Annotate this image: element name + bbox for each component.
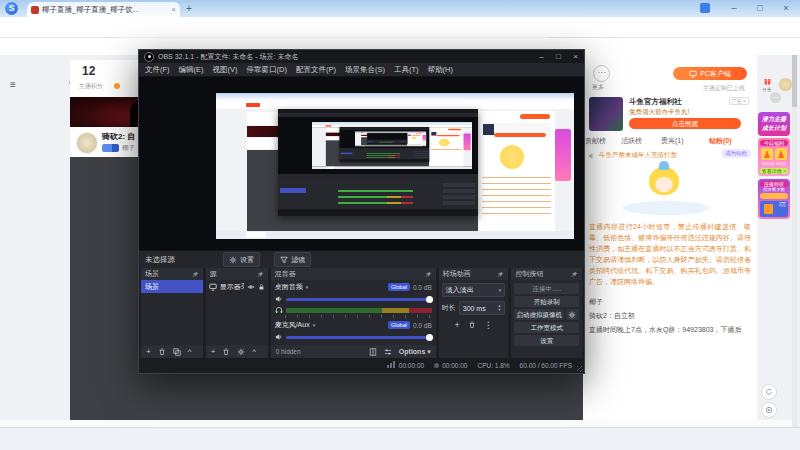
page-scrollbar[interactable] xyxy=(792,55,797,427)
scene-up-button[interactable]: ^ xyxy=(188,347,192,356)
source-item-display-capture[interactable]: 显示器采集1 xyxy=(206,280,268,293)
ad-cta-button[interactable]: 点击围观 xyxy=(629,118,741,129)
transition-type-select[interactable]: 淡入淡出 ▾ xyxy=(442,283,506,297)
visibility-eye-icon[interactable] xyxy=(247,283,255,291)
menu-view[interactable]: 视图(V) xyxy=(213,65,238,75)
pin-icon[interactable] xyxy=(571,271,578,278)
become-fan-button[interactable]: 成为钻粉 xyxy=(721,149,751,158)
lock-icon[interactable] xyxy=(258,283,265,291)
window-close-button[interactable]: × xyxy=(778,3,794,13)
menu-docks[interactable]: 停靠窗口(D) xyxy=(247,65,287,75)
bonus-tiles xyxy=(760,148,788,160)
new-tab-button[interactable]: + xyxy=(186,3,192,14)
volume-knob[interactable] xyxy=(426,334,433,341)
scrollbar-thumb[interactable] xyxy=(792,55,797,107)
desktop-volume-slider[interactable] xyxy=(275,295,432,303)
virtual-camera-config-button[interactable] xyxy=(566,309,579,320)
duration-input[interactable]: 300 ms ▲▼ xyxy=(459,301,506,315)
channel-menu-caret[interactable]: ▾ xyxy=(313,322,316,328)
duration-stepper[interactable]: ▲▼ xyxy=(497,304,501,312)
more-options-icon[interactable]: ⋯ xyxy=(593,65,610,82)
ad-card[interactable]: 斗鱼官方福利社 广告 × 免费领火箭办卡鱼丸! 点击围观 xyxy=(589,97,751,133)
remove-transition-icon[interactable] xyxy=(468,321,476,329)
view-details-button[interactable]: 查看详情 > xyxy=(760,168,788,174)
studio-mode-button[interactable]: 工作室模式 xyxy=(514,322,579,333)
obs-maximize-button[interactable]: □ xyxy=(550,52,567,61)
controls-dock-header[interactable]: 控制按钮 xyxy=(511,268,582,280)
promo-collapse-icon[interactable]: – xyxy=(770,92,781,103)
mini-obs-statusbar xyxy=(278,209,478,216)
obs-preview-canvas[interactable] xyxy=(139,77,584,250)
tab-contribution[interactable]: 贡献榜 xyxy=(585,136,606,146)
task-item[interactable]: 任务 xyxy=(756,77,778,92)
mic-volume-slider[interactable] xyxy=(275,333,432,341)
browser-tab[interactable]: 椰子直播_椰子直播_椰子饮... × xyxy=(27,2,180,17)
site-menu-icon[interactable]: ≡ xyxy=(10,79,16,90)
source-properties-button[interactable]: 设置 xyxy=(223,252,260,267)
user-avatar[interactable] xyxy=(778,77,793,92)
score-info-icon[interactable] xyxy=(114,83,120,89)
add-scene-button[interactable]: + xyxy=(146,347,151,356)
streak-reward-card: 2万 xyxy=(760,201,788,217)
window-minimize-button[interactable]: – xyxy=(726,3,742,13)
pin-icon[interactable] xyxy=(425,271,432,278)
sogou-logo[interactable]: S xyxy=(5,2,18,15)
start-recording-button[interactable]: 开始录制 xyxy=(514,296,579,307)
volume-knob[interactable] xyxy=(426,296,433,303)
source-up-button[interactable]: ^ xyxy=(252,347,256,356)
add-transition-button[interactable]: + xyxy=(454,320,459,330)
source-props-gear-icon[interactable] xyxy=(237,348,245,356)
channel-menu-caret[interactable]: ▾ xyxy=(306,284,309,290)
growth-plan-widget[interactable]: 潜力主播 成长计划 今日福利 5000万 500万 查看详情 > 连播特权 间开… xyxy=(758,112,790,219)
volume-track[interactable] xyxy=(286,336,432,339)
remove-source-icon[interactable] xyxy=(222,348,230,356)
ad-badge[interactable]: 广告 × xyxy=(729,97,749,105)
menu-scene-collection[interactable]: 场景集合(S) xyxy=(345,65,385,75)
source-filters-button[interactable]: 滤镜 xyxy=(274,252,311,267)
pc-client-subtext: 主播定制已上线 xyxy=(703,84,745,93)
menu-help[interactable]: 帮助(H) xyxy=(428,65,453,75)
vertical-layout-icon[interactable] xyxy=(369,348,377,356)
volume-track[interactable] xyxy=(286,298,432,301)
menu-tools[interactable]: 工具(T) xyxy=(394,65,419,75)
mixer-dock-header[interactable]: 混音器 xyxy=(271,268,436,280)
scene-filters-icon[interactable] xyxy=(173,348,181,356)
pin-icon[interactable] xyxy=(192,271,199,278)
mini-ad-card xyxy=(431,132,462,136)
ad-close-icon[interactable]: × xyxy=(743,98,746,104)
sources-dock-header[interactable]: 源 xyxy=(206,268,268,280)
obs-titlebar[interactable]: OBS 32.1.1 - 配置文件: 未命名 - 场景: 未命名 – □ × xyxy=(139,50,584,63)
scene-item-selected[interactable]: 场景 xyxy=(141,280,203,293)
menu-edit[interactable]: 编辑(E) xyxy=(179,65,204,75)
pin-icon[interactable] xyxy=(497,271,504,278)
obs-settings-button[interactable]: 设置 xyxy=(514,335,579,346)
feedback-float-button[interactable] xyxy=(761,402,777,418)
scenes-list[interactable]: 场景 xyxy=(141,280,203,345)
tab-close-icon[interactable]: × xyxy=(171,5,176,14)
obs-minimize-button[interactable]: – xyxy=(533,52,550,61)
transitions-dock-header[interactable]: 转场动画 xyxy=(439,268,509,280)
advanced-audio-icon[interactable] xyxy=(384,348,392,356)
window-maximize-button[interactable]: □ xyxy=(752,3,768,13)
scenes-dock-header[interactable]: 场景 xyxy=(141,268,203,280)
virtual-camera-button[interactable]: 启动虚拟摄像机 xyxy=(514,309,564,320)
transition-props-icon[interactable]: ⋮ xyxy=(484,320,493,330)
mixer-options-button[interactable]: Options ▾ xyxy=(399,348,431,356)
tab-vip[interactable]: 贵宾(1) xyxy=(661,136,684,146)
resize-grip[interactable] xyxy=(577,366,583,372)
start-streaming-button[interactable]: 连接中..... xyxy=(514,283,579,294)
sources-list[interactable]: 显示器采集1 xyxy=(206,280,268,345)
mini-pc-button xyxy=(448,129,461,131)
menu-profile[interactable]: 配置文件(P) xyxy=(296,65,336,75)
streamer-avatar[interactable] xyxy=(76,132,98,154)
tab-diamond-fans[interactable]: 钻粉(0) xyxy=(709,136,732,146)
remove-scene-icon[interactable] xyxy=(158,348,166,356)
menu-file[interactable]: 文件(F) xyxy=(145,65,170,75)
pc-client-button[interactable]: PC客户端 xyxy=(673,67,747,80)
add-source-button[interactable]: + xyxy=(211,347,216,356)
browser-panel-icon[interactable] xyxy=(700,3,710,13)
obs-close-button[interactable]: × xyxy=(567,52,584,61)
refresh-float-button[interactable] xyxy=(761,384,777,400)
tab-active[interactable]: 活跃榜 xyxy=(621,136,642,146)
pin-icon[interactable] xyxy=(257,271,264,278)
